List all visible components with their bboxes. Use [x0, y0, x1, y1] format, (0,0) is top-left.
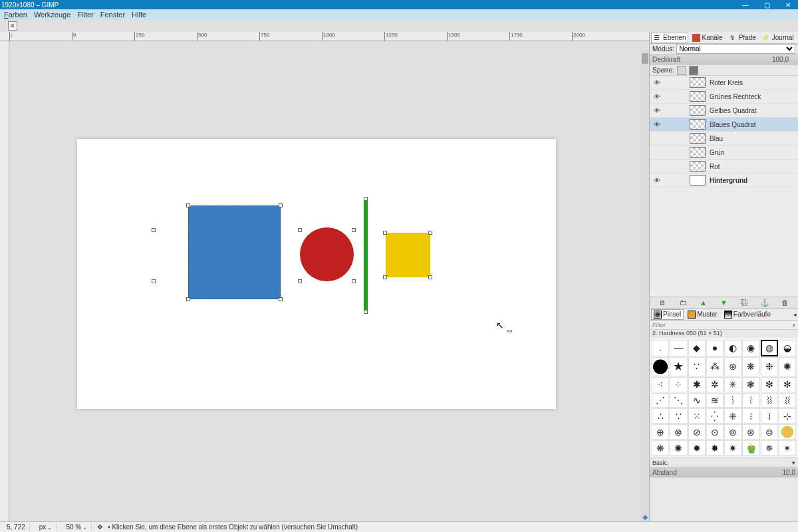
- visibility-toggle[interactable]: 👁: [652, 93, 662, 100]
- layer-row[interactable]: 👁Hintergrund: [650, 174, 798, 188]
- brush-preset[interactable]: ⋰: [652, 393, 669, 408]
- brush-preset[interactable]: ◍: [761, 340, 778, 356]
- lower-layer-button[interactable]: ▼: [719, 298, 728, 307]
- opacity-row[interactable]: Deckkraft 100,0: [650, 55, 798, 65]
- status-zoom[interactable]: 50 %: [62, 523, 92, 531]
- tab-pfade[interactable]: ↯Pfade: [727, 33, 759, 43]
- brush-preset[interactable]: ⧙: [742, 393, 759, 408]
- brush-preset[interactable]: [652, 357, 669, 376]
- brush-preset[interactable]: .: [652, 340, 669, 356]
- brush-preset[interactable]: ⁖: [652, 377, 669, 392]
- brush-preset[interactable]: ✲: [706, 377, 724, 392]
- brush-preset[interactable]: ⊘: [688, 424, 706, 440]
- brush-preset[interactable]: ✵: [761, 440, 778, 456]
- canvas-viewport[interactable]: ↖▭: [9, 41, 649, 521]
- brush-preset[interactable]: ⊛: [742, 424, 759, 440]
- brush-preset[interactable]: ⊚: [724, 424, 741, 440]
- brush-preset[interactable]: ◆: [688, 340, 706, 356]
- brush-preset[interactable]: ❋: [742, 357, 759, 376]
- brush-preset-row[interactable]: Basic.▾: [650, 458, 798, 467]
- brush-preset[interactable]: —: [670, 340, 687, 356]
- status-unit[interactable]: px: [35, 523, 57, 531]
- brush-preset[interactable]: 🫑: [742, 440, 759, 456]
- layer-row[interactable]: 👁Grünes Rechteck: [650, 90, 798, 104]
- layer-name[interactable]: Gelbes Quadrat: [710, 107, 795, 114]
- tab-journal[interactable]: ↺Journal: [760, 33, 797, 43]
- layer-name[interactable]: Roter Kreis: [710, 79, 795, 86]
- layer-row[interactable]: 👁Blaues Quadrat: [650, 118, 798, 132]
- brush-preset[interactable]: ✷: [724, 440, 741, 456]
- brush-preset[interactable]: ∵: [670, 408, 687, 424]
- layer-row[interactable]: Rot: [650, 160, 798, 174]
- brush-preset[interactable]: ●: [706, 340, 724, 356]
- tab-farbverlaeufe[interactable]: Farbverläufe: [722, 309, 773, 320]
- brush-preset[interactable]: ⁞: [761, 408, 778, 424]
- layer-name[interactable]: Rot: [710, 163, 795, 170]
- brush-preset[interactable]: ⊕: [652, 424, 669, 440]
- brush-preset[interactable]: ∴: [652, 408, 669, 424]
- brush-preset[interactable]: ✹: [688, 440, 706, 456]
- brush-spacing-row[interactable]: Abstand 10,0: [650, 467, 798, 477]
- brush-preset[interactable]: ❉: [761, 357, 778, 376]
- layer-row[interactable]: 👁Gelbes Quadrat: [650, 104, 798, 118]
- raise-layer-button[interactable]: ▲: [699, 298, 708, 307]
- brush-preset[interactable]: ✻: [779, 377, 796, 392]
- visibility-toggle[interactable]: 👁: [652, 79, 662, 86]
- brush-preset[interactable]: ⧘: [724, 393, 741, 408]
- shape-red-circle[interactable]: [300, 227, 354, 281]
- brush-preset[interactable]: ⁘: [670, 377, 687, 392]
- menu-hilfe[interactable]: Hilfe: [132, 11, 146, 19]
- shape-blue-square[interactable]: [188, 205, 281, 299]
- visibility-toggle[interactable]: 👁: [652, 177, 662, 184]
- menu-fenster[interactable]: Fenster: [100, 11, 125, 19]
- brush-preset[interactable]: ⁂: [706, 357, 724, 376]
- brush-filter-row[interactable]: Filter ▾: [650, 321, 798, 330]
- brush-preset[interactable]: ⧛: [779, 393, 796, 408]
- close-tab-button[interactable]: ✕: [8, 21, 17, 31]
- close-button[interactable]: ✕: [783, 1, 793, 9]
- brush-preset[interactable]: ✺: [670, 440, 687, 456]
- new-layer-button[interactable]: 🗎: [658, 298, 667, 307]
- brush-preset[interactable]: ✺: [779, 357, 796, 376]
- brush-preset[interactable]: ≋: [706, 393, 724, 408]
- tab-ebenen[interactable]: ☰Ebenen: [651, 33, 688, 43]
- brush-preset[interactable]: ❃: [742, 377, 759, 392]
- brush-preset[interactable]: ◐: [724, 340, 741, 356]
- visibility-toggle[interactable]: 👁: [652, 107, 662, 114]
- brush-preset[interactable]: ∿: [688, 393, 706, 408]
- layer-name[interactable]: Blaues Quadrat: [710, 121, 795, 128]
- navigator-corner-icon[interactable]: ✥: [641, 513, 649, 521]
- brush-preset[interactable]: ◒: [779, 340, 796, 356]
- brush-preset[interactable]: ❇: [761, 377, 778, 392]
- brush-preset[interactable]: ⁝: [742, 408, 759, 424]
- layer-row[interactable]: 👁Roter Kreis: [650, 76, 798, 90]
- brush-preset[interactable]: ⁜: [724, 408, 741, 424]
- minimize-button[interactable]: —: [741, 1, 750, 9]
- brush-preset[interactable]: ⁙: [688, 408, 706, 424]
- canvas-page[interactable]: ↖▭: [77, 139, 556, 409]
- delete-layer-button[interactable]: 🗑: [781, 298, 790, 307]
- layer-name[interactable]: Blau: [710, 135, 795, 142]
- layer-group-button[interactable]: 🗀: [678, 298, 688, 307]
- brush-preset[interactable]: ⁛: [706, 408, 724, 424]
- brush-preset[interactable]: ⊛: [724, 357, 741, 376]
- layer-name[interactable]: Grün: [710, 149, 795, 156]
- ruler-vertical[interactable]: [0, 41, 9, 521]
- brush-preset[interactable]: ★: [670, 357, 687, 376]
- brush-preset[interactable]: ⊹: [779, 408, 796, 424]
- brush-preset[interactable]: [779, 424, 796, 440]
- shape-yellow-square[interactable]: [386, 233, 430, 277]
- visibility-toggle[interactable]: 👁: [652, 121, 662, 128]
- mode-select[interactable]: Normal: [676, 44, 795, 54]
- brush-preset[interactable]: ✴: [779, 440, 796, 456]
- brush-preset[interactable]: ∵: [688, 357, 706, 376]
- brush-preset[interactable]: ❋: [652, 440, 669, 456]
- scrollbar-vertical[interactable]: [641, 51, 649, 521]
- layer-name[interactable]: Grünes Rechteck: [710, 93, 795, 100]
- layer-name[interactable]: Hintergrund: [710, 177, 795, 184]
- brush-grid[interactable]: .—◆●◐◉◍◒★∵⁂⊛❋❉✺⁖⁘✱✲✳❃❇✻⋰⋱∿≋⧘⧙⧚⧛∴∵⁙⁛⁜⁝⁞⊹⊕…: [650, 338, 798, 458]
- brush-preset[interactable]: ✸: [706, 440, 724, 456]
- brush-dock-menu-button[interactable]: ◂: [793, 311, 797, 318]
- shape-green-rectangle[interactable]: [364, 200, 368, 310]
- layer-row[interactable]: Grün: [650, 146, 798, 160]
